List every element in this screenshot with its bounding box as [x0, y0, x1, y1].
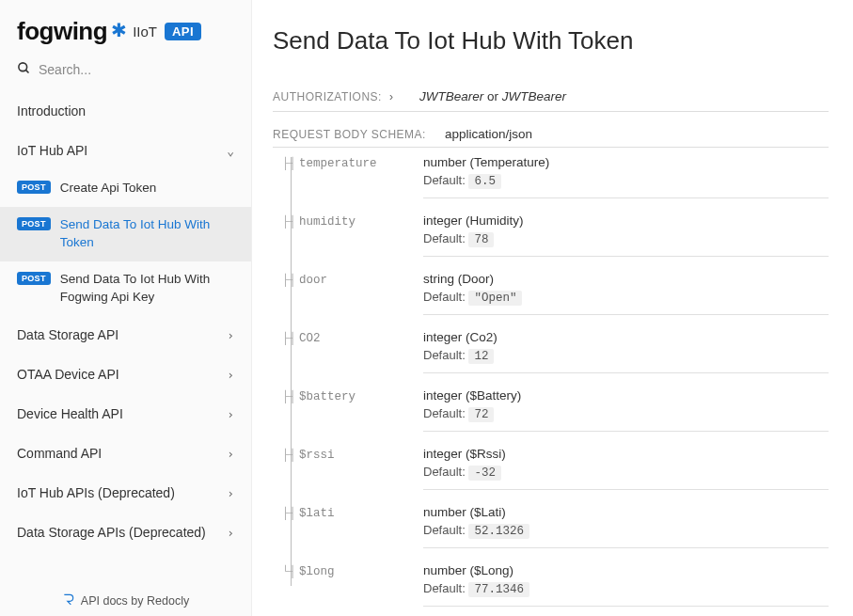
param-name: humidity — [299, 215, 355, 229]
sidebar-item-create-api-token[interactable]: POST Create Api Token — [0, 170, 251, 207]
param-tree: ├┤$battery — [282, 388, 423, 403]
auth-value-2: JWTBearer — [502, 89, 566, 103]
param-name: $lati — [299, 507, 335, 520]
svg-line-1 — [25, 70, 28, 72]
param-row: └┤$longnumber ($Long)Default: 77.1346 — [282, 556, 829, 614]
default-label: Default: — [423, 523, 468, 537]
default-value: "Open" — [468, 291, 522, 306]
param-row: ├┤$batteryinteger ($Battery)Default: 72 — [282, 381, 829, 439]
search-row[interactable] — [0, 55, 251, 91]
default-value: 72 — [468, 407, 494, 422]
param-tree: ├┤door — [282, 272, 423, 287]
auth-or: or — [483, 89, 502, 103]
default-label: Default: — [423, 348, 468, 362]
default-value: 6.5 — [468, 174, 501, 189]
api-badge: API — [165, 23, 201, 40]
param-description: number (Temperature)Default: 6.5 — [423, 155, 829, 198]
param-default: Default: 78 — [423, 231, 829, 246]
param-default: Default: 6.5 — [423, 173, 829, 188]
param-type: integer ($Rssi) — [423, 447, 829, 461]
footer[interactable]: API docs by Redocly — [0, 585, 251, 616]
method-badge-post: POST — [17, 217, 51, 230]
chevron-right-icon: › — [389, 90, 393, 103]
param-default: Default: -32 — [423, 465, 829, 480]
param-tree: └┤$long — [282, 563, 423, 578]
param-name: $rssi — [299, 449, 335, 462]
param-name: door — [299, 274, 327, 287]
nav-otaa-device-api[interactable]: OTAA Device API › — [0, 355, 251, 394]
nav-label: Device Health API — [17, 406, 227, 421]
param-type: integer (Humidity) — [423, 213, 829, 228]
nav: Introduction IoT Hub API ⌄ POST Create A… — [0, 91, 251, 616]
body-schema-type: application/json — [445, 127, 532, 141]
sidebar-item-send-data-apikey[interactable]: POST Send Data To Iot Hub With Fogwing A… — [0, 261, 251, 316]
default-label: Default: — [423, 581, 468, 595]
param-description: integer ($Rssi)Default: -32 — [423, 447, 829, 490]
param-default: Default: 72 — [423, 406, 829, 421]
nav-command-api[interactable]: Command API › — [0, 434, 251, 473]
nav-device-health-api[interactable]: Device Health API › — [0, 394, 251, 434]
param-default: Default: 77.1346 — [423, 581, 829, 596]
search-icon — [17, 61, 31, 78]
param-type: number ($Lati) — [423, 505, 829, 519]
tree-branch-icon: ├┤ — [282, 449, 299, 462]
chevron-down-icon: ⌄ — [227, 144, 234, 158]
sidebar-item-send-data-token[interactable]: POST Send Data To Iot Hub With Token — [0, 207, 251, 261]
tree-branch-icon: ├┤ — [282, 390, 299, 403]
nav-label: Introduction — [17, 103, 234, 118]
param-row: ├┤doorstring (Door)Default: "Open" — [282, 264, 829, 323]
chevron-right-icon: › — [227, 447, 234, 461]
params-list: ├┤temperaturenumber (Temperature)Default… — [273, 148, 829, 614]
default-label: Default: — [423, 465, 468, 479]
default-value: 12 — [468, 349, 494, 364]
nav-iothub-deprecated[interactable]: IoT Hub APIs (Deprecated) › — [0, 473, 251, 513]
authorizations-row[interactable]: AUTHORIZATIONS: › JWTBearer or JWTBearer — [273, 82, 829, 112]
page-title: Send Data To Iot Hub With Token — [273, 26, 829, 55]
nav-data-storage-api[interactable]: Data Storage API › — [0, 315, 251, 355]
method-badge-post: POST — [17, 181, 51, 194]
tree-branch-icon: ├┤ — [282, 507, 299, 520]
nav-iothub-api[interactable]: IoT Hub API ⌄ — [0, 131, 251, 170]
param-tree: ├┤CO2 — [282, 330, 423, 345]
search-input[interactable] — [39, 62, 236, 77]
chevron-right-icon: › — [227, 486, 234, 500]
param-row: ├┤$rssiinteger ($Rssi)Default: -32 — [282, 439, 829, 498]
default-label: Default: — [423, 406, 468, 420]
logo-brand: fogwing — [17, 17, 107, 46]
auth-values: JWTBearer or JWTBearer — [419, 89, 566, 103]
body-schema-label: REQUEST BODY SCHEMA: — [273, 128, 426, 141]
redocly-icon — [62, 592, 75, 608]
default-label: Default: — [423, 173, 468, 187]
param-description: number ($Long)Default: 77.1346 — [423, 563, 829, 607]
sub-label: Send Data To Iot Hub With Fogwing Api Ke… — [60, 271, 240, 307]
nav-label: IoT Hub API — [17, 143, 227, 158]
param-type: number (Temperature) — [423, 155, 829, 169]
footer-text: API docs by Redocly — [81, 594, 189, 608]
auth-label: AUTHORIZATIONS: — [273, 90, 382, 103]
param-name: $long — [299, 565, 335, 578]
logo: fogwing ✱ IIoT API — [0, 0, 251, 55]
nav-data-storage-deprecated[interactable]: Data Storage APIs (Deprecated) › — [0, 513, 251, 552]
param-row: ├┤$latinumber ($Lati)Default: 52.1326 — [282, 498, 829, 556]
param-description: string (Door)Default: "Open" — [423, 272, 829, 315]
tree-branch-icon: └┤ — [282, 565, 299, 578]
default-value: 52.1326 — [468, 524, 529, 539]
sub-label: Create Api Token — [60, 180, 157, 197]
param-tree: ├┤$rssi — [282, 447, 423, 462]
sidebar: fogwing ✱ IIoT API Introduction IoT Hub … — [0, 0, 252, 616]
nav-introduction[interactable]: Introduction — [0, 91, 251, 131]
chevron-right-icon: › — [227, 328, 234, 342]
main-content: Send Data To Iot Hub With Token AUTHORIZ… — [252, 0, 853, 616]
param-name: temperature — [299, 157, 377, 170]
tree-branch-icon: ├┤ — [282, 215, 299, 229]
param-description: number ($Lati)Default: 52.1326 — [423, 505, 829, 548]
logo-sub: IIoT — [133, 24, 157, 39]
default-value: -32 — [468, 466, 501, 481]
tree-branch-icon: ├┤ — [282, 274, 299, 287]
param-default: Default: 12 — [423, 348, 829, 363]
tree-branch-icon: ├┤ — [282, 157, 299, 170]
param-type: integer ($Battery) — [423, 388, 829, 403]
param-row: ├┤humidityinteger (Humidity)Default: 78 — [282, 206, 829, 264]
param-default: Default: 52.1326 — [423, 523, 829, 538]
param-name: $battery — [299, 390, 355, 403]
